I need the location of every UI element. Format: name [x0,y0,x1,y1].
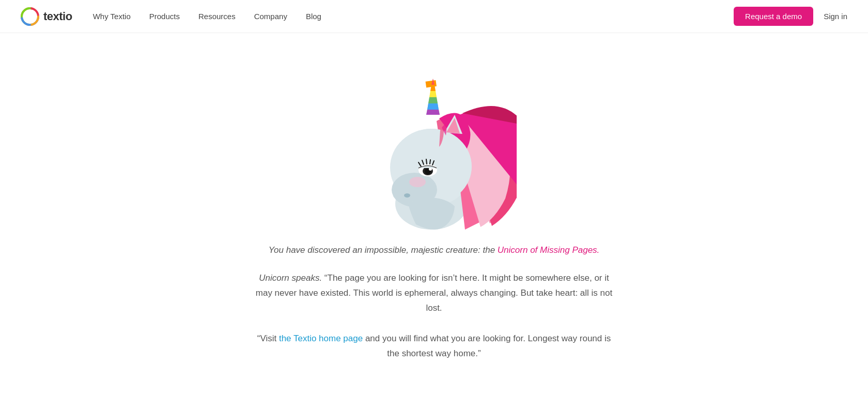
nav-company[interactable]: Company [254,12,287,21]
navbar: textio Why Textio Products Resources Com… [0,0,868,33]
svg-line-22 [426,159,427,164]
svg-line-23 [430,160,430,164]
svg-marker-13 [426,110,440,115]
nav-right: Request a demo Sign in [734,7,847,26]
unicorn-of-missing-pages-link[interactable]: Unicorn of Missing Pages. [498,245,599,255]
text-section: You have discovered an impossible, majes… [253,245,615,361]
nav-links: Why Textio Products Resources Company Bl… [93,12,734,21]
logo[interactable]: textio [21,7,72,26]
unicorn-speaks-label: Unicorn speaks. [259,273,322,283]
unicorn-illustration [351,54,517,230]
visit-text-after: and you will find what you are looking f… [363,334,611,358]
svg-marker-10 [429,91,437,97]
textio-logo-icon [21,7,39,26]
svg-rect-6 [426,80,437,88]
logo-label: textio [43,10,72,23]
discovery-text-before: You have discovered an impossible, majes… [269,245,498,255]
nav-resources[interactable]: Resources [198,12,236,21]
main-content: You have discovered an impossible, majes… [0,33,868,392]
discovery-paragraph: You have discovered an impossible, majes… [253,245,615,255]
svg-marker-12 [427,103,439,110]
request-demo-button[interactable]: Request a demo [734,7,813,26]
visit-paragraph: “Visit the Textio home page and you will… [253,331,615,361]
svg-marker-11 [428,97,438,103]
nav-blog[interactable]: Blog [306,12,321,21]
textio-home-link[interactable]: the Textio home page [279,334,363,343]
unicorn-speaks-paragraph: Unicorn speaks. “The page you are lookin… [253,271,615,316]
nav-why-textio[interactable]: Why Textio [93,12,131,21]
nav-products[interactable]: Products [149,12,180,21]
svg-point-25 [409,177,426,187]
svg-point-26 [404,193,410,198]
visit-text-before: “Visit [257,334,279,343]
sign-in-link[interactable]: Sign in [824,12,847,21]
